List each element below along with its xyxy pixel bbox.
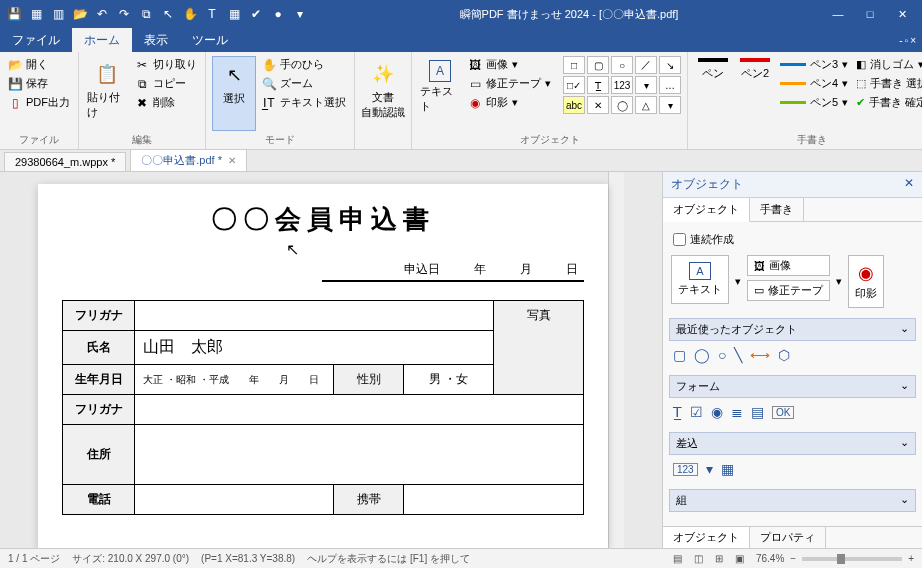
menu-tool[interactable]: ツール: [180, 28, 240, 53]
dropdown-icon[interactable]: ▾: [512, 96, 518, 109]
sp-section-recent[interactable]: 最近使ったオブジェクト⌄: [669, 318, 916, 341]
sp-section-form[interactable]: フォーム⌄: [669, 375, 916, 398]
continuous-checkbox[interactable]: 連続作成: [669, 228, 916, 251]
address-cell[interactable]: [135, 425, 584, 485]
dropdown-icon[interactable]: ▾: [918, 58, 922, 71]
form-combo-button[interactable]: ▤: [751, 404, 764, 420]
dropdown-icon[interactable]: ▾: [512, 58, 518, 71]
paste-button[interactable]: 📋 貼り付け: [85, 56, 129, 131]
select-mode-button[interactable]: ↖ 選択: [212, 56, 256, 131]
zoom-slider[interactable]: [802, 557, 902, 561]
qat-new-icon[interactable]: ▦: [28, 6, 44, 22]
shape-check-button[interactable]: □✓: [563, 76, 585, 94]
recent-circle-button[interactable]: ○: [718, 347, 726, 363]
qat-undo-icon[interactable]: ↶: [94, 6, 110, 22]
dropdown-icon[interactable]: ▾: [842, 96, 848, 109]
addr-furigana-cell[interactable]: [135, 395, 584, 425]
canvas-area[interactable]: 〇〇会員申込書 ↖ 申込日 年 月 日 フリガナ 写真 氏名 山田 太郎: [0, 172, 662, 548]
furigana-cell[interactable]: [135, 301, 494, 331]
zoom-mode-button[interactable]: 🔍ズーム: [260, 75, 348, 92]
tab-handwrite[interactable]: 手書き: [750, 198, 804, 221]
close-tab-icon[interactable]: ✕: [228, 155, 236, 166]
sp-tape-button[interactable]: ▭修正テープ: [747, 280, 830, 301]
bottom-tab-property[interactable]: プロパティ: [750, 527, 826, 548]
birth-cell[interactable]: 大正 ・昭和 ・平成 年 月 日: [135, 365, 334, 395]
form-list-button[interactable]: ≣: [731, 404, 743, 420]
shape-textfield-button[interactable]: T̲: [587, 76, 609, 94]
dropdown-icon[interactable]: ▾: [836, 275, 842, 288]
pen3-button[interactable]: ペン3▾: [778, 56, 850, 73]
pen4-button[interactable]: ペン4▾: [778, 75, 850, 92]
form-check-button[interactable]: ☑: [690, 404, 703, 420]
phone-cell[interactable]: [135, 485, 334, 515]
shape-circle-button[interactable]: ◯: [611, 96, 633, 114]
qat-hand-icon[interactable]: ✋: [182, 6, 198, 22]
pdf-export-button[interactable]: ▯PDF出力: [6, 94, 72, 111]
form-text-button[interactable]: T̲: [673, 404, 682, 420]
pen1-button[interactable]: ペン: [694, 56, 732, 131]
recent-poly-button[interactable]: ⬡: [778, 347, 790, 363]
shape-rect-button[interactable]: □: [563, 56, 585, 74]
pen5-button[interactable]: ペン5▾: [778, 94, 850, 111]
dropdown-icon[interactable]: ▾: [545, 77, 551, 90]
shape-more-button[interactable]: …: [659, 76, 681, 94]
recent-roundrect-button[interactable]: ▢: [673, 347, 686, 363]
recent-dim-button[interactable]: ⟷: [750, 347, 770, 363]
auto-recognize-button[interactable]: ✨ 文書 自動認識: [361, 56, 405, 134]
bottom-tab-object[interactable]: オブジェクト: [663, 527, 750, 548]
shape-ellipse-button[interactable]: ○: [611, 56, 633, 74]
tape-object-button[interactable]: ▭修正テープ▾: [466, 75, 553, 92]
hand-mode-button[interactable]: ✋手のひら: [260, 56, 348, 73]
shape-num-button[interactable]: 123: [611, 76, 633, 94]
photo-cell[interactable]: 写真: [494, 301, 584, 395]
form-radio-button[interactable]: ◉: [711, 404, 723, 420]
status-icon-4[interactable]: ▣: [735, 553, 744, 564]
pen2-button[interactable]: ペン2: [736, 56, 774, 131]
vertical-scrollbar[interactable]: [608, 172, 624, 548]
sp-section-merge[interactable]: 差込⌄: [669, 432, 916, 455]
image-object-button[interactable]: 🖼画像▾: [466, 56, 553, 73]
form-ok-button[interactable]: OK: [772, 406, 794, 419]
minimize-button[interactable]: —: [824, 8, 852, 21]
doc-tab-1[interactable]: 29380664_m.wppx *: [4, 152, 126, 171]
name-cell[interactable]: 山田 太郎: [135, 331, 494, 365]
shape-arrow-button[interactable]: ↘: [659, 56, 681, 74]
cut-button[interactable]: ✂切り取り: [133, 56, 199, 73]
dropdown-icon[interactable]: ▾: [842, 58, 848, 71]
shape-highlight-button[interactable]: abc: [563, 96, 585, 114]
shape-roundrect-button[interactable]: ▢: [587, 56, 609, 74]
qat-copy-icon[interactable]: ⧉: [138, 6, 154, 22]
status-icon-2[interactable]: ◫: [694, 553, 703, 564]
qat-text-icon[interactable]: T: [204, 6, 220, 22]
status-icon-3[interactable]: ⊞: [715, 553, 723, 564]
qat-new2-icon[interactable]: ▥: [50, 6, 66, 22]
status-icon-1[interactable]: ▤: [673, 553, 682, 564]
recent-ellipse-button[interactable]: ◯: [694, 347, 710, 363]
stamp-object-button[interactable]: ◉印影▾: [466, 94, 553, 111]
shape-line-button[interactable]: ／: [635, 56, 657, 74]
qat-save-icon[interactable]: 💾: [6, 6, 22, 22]
delete-button[interactable]: ✖削除: [133, 94, 199, 111]
qat-stamp-icon[interactable]: ●: [270, 6, 286, 22]
menu-file[interactable]: ファイル: [0, 28, 72, 53]
qat-check-icon[interactable]: ✔: [248, 6, 264, 22]
zoom-value[interactable]: 76.4%: [756, 553, 784, 564]
merge-table-button[interactable]: ▦: [721, 461, 734, 477]
copy-button[interactable]: ⧉コピー: [133, 75, 199, 92]
close-button[interactable]: ✕: [888, 8, 916, 21]
zoom-slider-thumb[interactable]: [837, 554, 845, 564]
text-object-button[interactable]: A テキスト: [418, 56, 462, 131]
shape-expand-button[interactable]: ▾: [659, 96, 681, 114]
mdi-restore-icon[interactable]: ▫: [905, 35, 909, 46]
continuous-checkbox-input[interactable]: [673, 233, 686, 246]
qat-more-icon[interactable]: ▾: [292, 6, 308, 22]
gender-cell[interactable]: 男 ・女: [404, 365, 494, 395]
shape-triangle-button[interactable]: △: [635, 96, 657, 114]
recent-line-button[interactable]: ╲: [734, 347, 742, 363]
qat-arrow-icon[interactable]: ↖: [160, 6, 176, 22]
menu-home[interactable]: ホーム: [72, 28, 132, 53]
sp-text-button[interactable]: A テキスト: [671, 255, 729, 304]
mdi-minimize-icon[interactable]: -: [899, 35, 902, 46]
hand-select-button[interactable]: ⬚手書き 選択: [854, 75, 922, 92]
qat-redo-icon[interactable]: ↷: [116, 6, 132, 22]
